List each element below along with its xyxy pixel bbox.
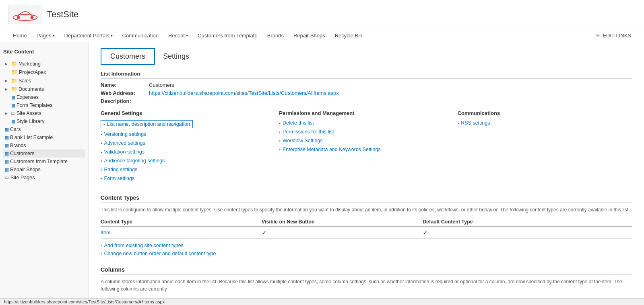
sidebar-item-cars[interactable]: ▦ Cars <box>3 125 85 133</box>
content-type-visible: ✓ <box>262 227 423 239</box>
nav-home[interactable]: Home <box>8 29 32 42</box>
delete-list-link[interactable]: ▪ Delete this list <box>279 120 453 126</box>
logo-area: TestSite <box>8 5 78 24</box>
pencil-icon: ✏ <box>596 33 601 39</box>
name-label: Name: <box>101 82 149 88</box>
tab-customers[interactable]: Customers <box>101 48 155 65</box>
sidebar-label: Repair Shops <box>10 167 41 172</box>
main-layout: Site Content ▶ 📁 Marketing 📁 ProjectApex… <box>0 42 644 301</box>
expand-icon: ▶ <box>5 62 10 66</box>
rss-settings-link[interactable]: ▪ RSS settings <box>458 120 632 126</box>
sidebar-item-form-templates[interactable]: ▦ Form Templates <box>3 101 85 109</box>
sidebar-item-customers-from-template[interactable]: ▦ Customers from Template <box>3 158 85 166</box>
form-settings-link[interactable]: ▪ Form settings <box>101 176 275 181</box>
dept-portals-chevron-icon: ▾ <box>111 33 113 38</box>
change-button-order-link[interactable]: ▪ Change new button order and default co… <box>101 251 632 256</box>
list-icon: ▦ <box>5 127 9 132</box>
general-settings-title: General Settings <box>101 110 275 116</box>
sidebar-item-marketing[interactable]: ▶ 📁 Marketing <box>3 59 85 68</box>
nav-recent[interactable]: Recent ▾ <box>163 29 193 42</box>
expand-icon: ▶ <box>5 79 10 83</box>
bullet-icon: ▪ <box>279 139 281 143</box>
list-icon: ▦ <box>11 103 15 108</box>
bullet-icon: ▪ <box>101 159 102 163</box>
sidebar-label: Form Templates <box>17 102 52 108</box>
permissions-title: Permissions and Management <box>279 110 453 116</box>
sidebar-item-customers[interactable]: ▦ Customers <box>3 149 85 158</box>
sidebar-item-site-pages[interactable]: 🗂 Site Pages <box>3 174 85 182</box>
sidebar-item-blank-list-example[interactable]: ▦ Blank List Example <box>3 133 85 141</box>
nav-communication[interactable]: Communication <box>118 29 163 42</box>
sidebar-item-expenses[interactable]: ▦ Expenses <box>3 93 85 101</box>
folder-icon: 📁 <box>11 86 17 92</box>
advanced-settings-link[interactable]: ▪ Advanced settings <box>101 140 275 146</box>
tab-settings[interactable]: Settings <box>155 49 197 64</box>
workflow-settings-link[interactable]: ▪ Workflow Settings <box>279 138 453 143</box>
status-url: https://citizenbuilders.sharepoint.com/s… <box>4 299 165 301</box>
nav-pages[interactable]: Pages ▾ <box>32 29 60 42</box>
versioning-settings-link[interactable]: ▪ Versioning settings <box>101 131 275 137</box>
rating-settings-link[interactable]: ▪ Rating settings <box>101 167 275 172</box>
info-description-row: Description: <box>101 98 632 104</box>
sidebar-label: ProjectApex <box>19 70 46 75</box>
link-label: Validation settings <box>104 149 145 155</box>
sidebar-item-site-assets[interactable]: ▶ 🗂 Site Assets <box>3 109 85 117</box>
link-label: List name, description and navigation <box>107 121 190 127</box>
list-icon: ▦ <box>11 95 15 100</box>
section-title: List Information <box>101 71 632 79</box>
svg-point-1 <box>17 16 20 19</box>
content-type-default: ✓ <box>423 227 632 239</box>
nav-edit-links[interactable]: ✏ EDIT LINKS <box>591 29 636 42</box>
sidebar-title: Site Content <box>3 47 85 56</box>
nav-department-portals[interactable]: Department Portals ▾ <box>60 29 118 42</box>
folder-icon: 📁 <box>11 61 17 67</box>
nav-repair-shops[interactable]: Repair Shops <box>289 29 330 42</box>
sidebar-item-documents[interactable]: ▶ 📁 Documents <box>3 85 85 93</box>
content-type-name[interactable]: Item <box>101 227 262 239</box>
link-label: Permissions for this list <box>283 129 334 135</box>
expand-icon: ▶ <box>5 87 10 91</box>
add-content-type-link[interactable]: ▪ Add from existing site content types <box>101 243 632 248</box>
sidebar-item-sales[interactable]: ▶ 📁 Sales <box>3 76 85 85</box>
communications-title: Communications <box>458 110 632 116</box>
info-web-address-row: Web Address: https://citizenbuilders.sha… <box>101 90 632 96</box>
link-label: Add from existing site content types <box>104 243 184 248</box>
sidebar-item-brands[interactable]: ▦ Brands <box>3 141 85 149</box>
web-address-label: Web Address: <box>101 90 149 96</box>
permissions-list-link[interactable]: ▪ Permissions for this list <box>279 129 453 135</box>
nav-customers-from-template[interactable]: Customers from Template <box>193 29 262 42</box>
bullet-icon: ▪ <box>279 121 281 125</box>
sidebar-item-projectapex[interactable]: 📁 ProjectApex <box>3 68 85 76</box>
bullet-icon: ▪ <box>279 147 281 152</box>
nav-brands[interactable]: Brands <box>262 29 289 42</box>
nav-bar: Home Pages ▾ Department Portals ▾ Commun… <box>0 29 644 42</box>
validation-settings-link[interactable]: ▪ Validation settings <box>101 149 275 155</box>
sidebar-item-style-library[interactable]: ▦ Style Library <box>3 117 85 125</box>
enterprise-metadata-link[interactable]: ▪ Enterprise Metadata and Keywords Setti… <box>279 147 453 152</box>
svg-point-0 <box>13 14 37 20</box>
sidebar-item-repair-shops[interactable]: ▦ Repair Shops <box>3 166 85 174</box>
content-type-row-item: Item ✓ ✓ <box>101 227 632 239</box>
bullet-icon: ▪ <box>103 122 105 127</box>
sidebar-label: Cars <box>10 127 21 132</box>
bullet-icon: ▪ <box>279 130 281 134</box>
nav-recycle-bin[interactable]: Recycle Bin <box>330 29 367 42</box>
sidebar-label: Marketing <box>19 61 41 67</box>
link-label: Advanced settings <box>104 140 145 146</box>
sidebar-label: Site Pages <box>10 175 35 180</box>
recent-chevron-icon: ▾ <box>186 33 188 38</box>
sidebar-label: Style Library <box>17 119 44 124</box>
columns-section: Columns A column stores information abou… <box>101 266 632 293</box>
web-address-value[interactable]: https://citizenbuilders.sharepoint.com/s… <box>149 90 339 96</box>
bullet-icon: ▪ <box>101 252 102 256</box>
page-tabs: Customers Settings <box>101 48 632 65</box>
list-icon: ▦ <box>5 159 9 164</box>
general-settings-col: General Settings ▪ List name, descriptio… <box>101 110 275 184</box>
link-label: Rating settings <box>104 167 138 172</box>
list-name-nav-link[interactable]: ▪ List name, description and navigation <box>101 120 193 128</box>
sidebar-label: Blank List Example <box>10 135 53 140</box>
list-icon: ▦ <box>11 119 15 124</box>
link-label: Enterprise Metadata and Keywords Setting… <box>283 147 381 152</box>
status-bar: https://citizenbuilders.sharepoint.com/s… <box>0 298 644 301</box>
audience-targeting-link[interactable]: ▪ Audience targeting settings <box>101 158 275 164</box>
